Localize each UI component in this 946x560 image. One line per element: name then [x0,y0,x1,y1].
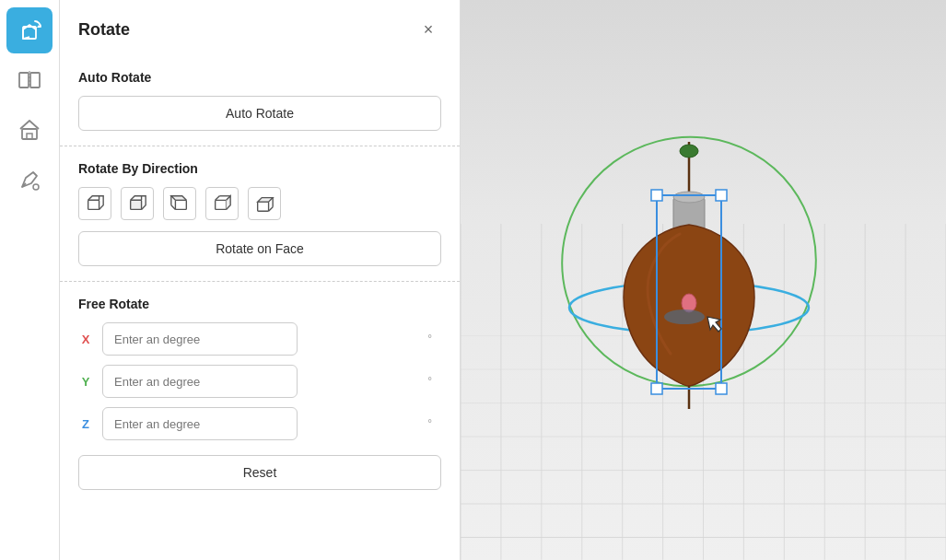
rotate-on-face-button[interactable]: Rotate on Face [78,231,441,266]
y-input-wrap: ° [102,365,441,398]
auto-rotate-section: Auto Rotate Auto Rotate [60,55,460,146]
svg-rect-15 [175,200,186,209]
z-field-row: Z ° [78,407,441,440]
svg-point-52 [664,309,705,324]
svg-rect-12 [131,200,142,209]
y-degree-symbol: ° [427,375,432,388]
reset-button[interactable]: Reset [78,455,441,490]
svg-point-8 [33,184,39,190]
rotate-by-direction-title: Rotate By Direction [78,161,441,176]
free-rotate-title: Free Rotate [78,297,441,311]
svg-point-51 [682,294,696,312]
svg-rect-57 [716,383,727,394]
svg-rect-3 [30,73,40,88]
panel-header: Rotate × [60,0,460,55]
sidebar-item-house[interactable] [6,107,53,153]
svg-point-49 [673,192,705,203]
direction-top-button[interactable] [248,187,281,220]
object-scene [542,123,836,437]
close-button[interactable]: × [415,17,441,42]
direction-icons-group [78,187,441,220]
x-degree-input[interactable] [102,322,298,356]
svg-line-20 [216,196,220,201]
svg-rect-54 [651,190,662,201]
sidebar-item-paint[interactable] [6,157,53,203]
sidebar-item-cube[interactable] [6,7,53,53]
svg-rect-19 [216,200,227,209]
y-degree-input[interactable] [102,365,298,398]
rotate-panel: Rotate × Auto Rotate Auto Rotate Rotate … [60,0,461,560]
direction-right-button[interactable] [205,187,239,220]
direction-back-button[interactable] [121,187,154,220]
z-axis-label: Z [78,417,93,431]
svg-point-47 [680,145,698,158]
z-input-wrap: ° [102,407,441,440]
direction-front-button[interactable] [78,187,111,220]
x-axis-label: X [78,332,93,346]
x-field-row: X ° [78,322,441,356]
panel-title: Rotate [78,20,130,40]
viewport[interactable] [461,0,946,560]
svg-rect-21 [258,202,269,211]
sidebar [0,0,60,560]
svg-rect-9 [88,200,99,209]
auto-rotate-button[interactable]: Auto Rotate [78,96,441,131]
svg-line-23 [269,207,274,212]
free-rotate-section: Free Rotate X ° Y ° Z ° Reset [60,282,460,505]
x-degree-symbol: ° [427,332,432,345]
rotate-by-direction-section: Rotate By Direction [60,146,460,282]
auto-rotate-title: Auto Rotate [78,70,441,85]
svg-rect-55 [716,190,727,201]
direction-left-button[interactable] [163,187,196,220]
svg-rect-56 [651,383,662,394]
sidebar-item-mirror[interactable] [6,57,53,103]
svg-rect-2 [19,73,29,88]
y-field-row: Y ° [78,365,441,398]
y-axis-label: Y [78,375,93,389]
z-degree-symbol: ° [427,417,432,430]
z-degree-input[interactable] [102,407,298,440]
x-input-wrap: ° [102,322,441,356]
